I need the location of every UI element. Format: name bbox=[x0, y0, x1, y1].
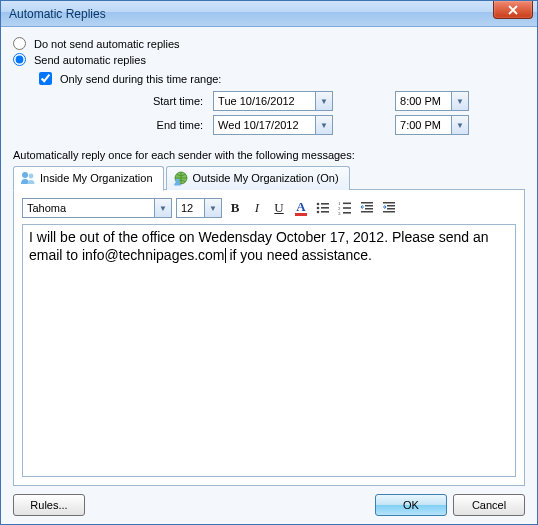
svg-rect-19 bbox=[361, 211, 373, 213]
tab-outside-label: Outside My Organization (On) bbox=[193, 172, 339, 184]
start-date-value: Tue 10/16/2012 bbox=[214, 93, 315, 109]
ok-button[interactable]: OK bbox=[375, 494, 447, 516]
increase-indent-button[interactable] bbox=[380, 199, 398, 217]
chevron-down-icon[interactable]: ▼ bbox=[315, 92, 332, 110]
svg-point-6 bbox=[317, 207, 320, 210]
radio-do-not-send-input[interactable] bbox=[13, 37, 26, 50]
end-time-value: 7:00 PM bbox=[396, 117, 451, 133]
chevron-down-icon[interactable]: ▼ bbox=[451, 116, 468, 134]
chevron-down-icon[interactable]: ▼ bbox=[154, 199, 171, 217]
font-combo-value: Tahoma bbox=[23, 200, 154, 216]
rules-button[interactable]: Rules... bbox=[13, 494, 85, 516]
format-toolbar: Tahoma ▼ 12 ▼ B I U A 123 bbox=[22, 198, 516, 218]
tab-bar: Inside My Organization Outside My Organi… bbox=[13, 165, 525, 190]
end-time-label: End time: bbox=[97, 119, 207, 131]
svg-rect-23 bbox=[383, 211, 395, 213]
cancel-button[interactable]: Cancel bbox=[453, 494, 525, 516]
svg-rect-7 bbox=[321, 207, 329, 209]
chevron-down-icon[interactable]: ▼ bbox=[315, 116, 332, 134]
radio-do-not-send[interactable]: Do not send automatic replies bbox=[13, 37, 525, 50]
font-combo[interactable]: Tahoma ▼ bbox=[22, 198, 172, 218]
dialog-content: Do not send automatic replies Send autom… bbox=[1, 27, 537, 524]
svg-rect-11 bbox=[343, 203, 351, 205]
message-editor[interactable]: I will be out of the office on Wedensday… bbox=[22, 224, 516, 477]
radio-send[interactable]: Send automatic replies bbox=[13, 53, 525, 66]
tab-inside-label: Inside My Organization bbox=[40, 172, 153, 184]
section-label: Automatically reply once for each sender… bbox=[13, 149, 525, 161]
automatic-replies-window: Automatic Replies Do not send automatic … bbox=[0, 0, 538, 525]
svg-rect-18 bbox=[365, 208, 373, 210]
bold-button[interactable]: B bbox=[226, 199, 244, 217]
svg-point-8 bbox=[317, 211, 320, 214]
window-title: Automatic Replies bbox=[9, 7, 106, 21]
tab-outside-organization[interactable]: Outside My Organization (On) bbox=[166, 166, 350, 190]
end-date-value: Wed 10/17/2012 bbox=[214, 117, 315, 133]
message-text-part2: if you need assistance. bbox=[226, 247, 372, 263]
svg-rect-17 bbox=[365, 205, 373, 207]
underline-button[interactable]: U bbox=[270, 199, 288, 217]
svg-rect-13 bbox=[343, 207, 351, 209]
svg-rect-16 bbox=[361, 202, 373, 204]
italic-button[interactable]: I bbox=[248, 199, 266, 217]
svg-text:3: 3 bbox=[338, 211, 341, 216]
numbered-list-button[interactable]: 123 bbox=[336, 199, 354, 217]
checkbox-time-range[interactable]: Only send during this time range: bbox=[39, 72, 525, 85]
tab-body: Tahoma ▼ 12 ▼ B I U A 123 bbox=[13, 189, 525, 486]
decrease-indent-button[interactable] bbox=[358, 199, 376, 217]
radio-send-label: Send automatic replies bbox=[34, 54, 146, 66]
people-inside-icon bbox=[20, 170, 36, 186]
time-range-grid: Start time: Tue 10/16/2012 ▼ 8:00 PM ▼ E… bbox=[97, 91, 525, 135]
svg-rect-21 bbox=[387, 205, 395, 207]
chevron-down-icon[interactable]: ▼ bbox=[204, 199, 221, 217]
chevron-down-icon[interactable]: ▼ bbox=[451, 92, 468, 110]
svg-rect-5 bbox=[321, 203, 329, 205]
titlebar: Automatic Replies bbox=[1, 1, 537, 27]
footer-button-row: OK Cancel bbox=[375, 494, 525, 516]
start-time-value: 8:00 PM bbox=[396, 93, 451, 109]
bulleted-list-button[interactable] bbox=[314, 199, 332, 217]
font-size-combo[interactable]: 12 ▼ bbox=[176, 198, 222, 218]
radio-do-not-send-label: Do not send automatic replies bbox=[34, 38, 180, 50]
checkbox-time-range-label: Only send during this time range: bbox=[60, 73, 221, 85]
start-time-label: Start time: bbox=[97, 95, 207, 107]
svg-rect-22 bbox=[387, 208, 395, 210]
dialog-footer: Rules... OK Cancel bbox=[13, 486, 525, 516]
start-date-combo[interactable]: Tue 10/16/2012 ▼ bbox=[213, 91, 333, 111]
end-time-combo[interactable]: 7:00 PM ▼ bbox=[395, 115, 469, 135]
start-time-combo[interactable]: 8:00 PM ▼ bbox=[395, 91, 469, 111]
checkbox-time-range-input[interactable] bbox=[39, 72, 52, 85]
svg-rect-9 bbox=[321, 211, 329, 213]
radio-send-input[interactable] bbox=[13, 53, 26, 66]
tab-inside-organization[interactable]: Inside My Organization bbox=[13, 166, 164, 191]
svg-rect-15 bbox=[343, 212, 351, 214]
globe-people-icon bbox=[173, 170, 189, 186]
close-button[interactable] bbox=[493, 1, 533, 19]
svg-point-0 bbox=[22, 172, 28, 178]
font-color-button[interactable]: A bbox=[292, 199, 310, 217]
end-date-combo[interactable]: Wed 10/17/2012 ▼ bbox=[213, 115, 333, 135]
svg-point-4 bbox=[317, 203, 320, 206]
svg-point-1 bbox=[29, 174, 34, 179]
svg-rect-20 bbox=[383, 202, 395, 204]
font-size-value: 12 bbox=[177, 200, 204, 216]
